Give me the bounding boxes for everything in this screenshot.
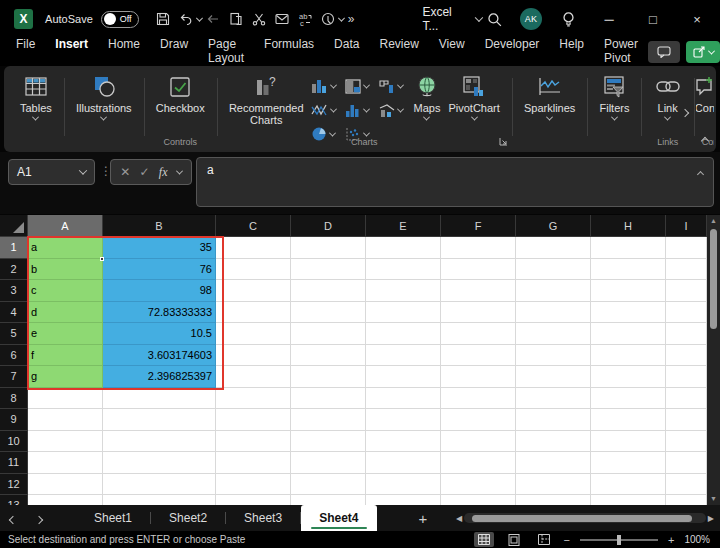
cell-D13[interactable]: [291, 495, 366, 505]
cell-A6[interactable]: f: [28, 345, 103, 367]
sparklines-button[interactable]: Sparklines: [520, 72, 579, 123]
search-button[interactable]: [482, 6, 506, 32]
cell-B10[interactable]: [103, 431, 216, 453]
cell-G8[interactable]: [516, 388, 591, 410]
cell-A13[interactable]: [28, 495, 103, 505]
enter-entry-icon[interactable]: ✓: [140, 165, 150, 179]
cell-C8[interactable]: [216, 388, 291, 410]
column-header-H[interactable]: H: [591, 215, 666, 237]
cell-E10[interactable]: [366, 431, 441, 453]
cell-G1[interactable]: [516, 237, 591, 259]
cell-B8[interactable]: [103, 388, 216, 410]
cell-D9[interactable]: [291, 409, 366, 431]
cell-D10[interactable]: [291, 431, 366, 453]
cell-F11[interactable]: [441, 452, 516, 474]
checkbox-button[interactable]: Checkbox: [152, 72, 209, 116]
cell-D5[interactable]: [291, 323, 366, 345]
cell-G5[interactable]: [516, 323, 591, 345]
cell-G3[interactable]: [516, 280, 591, 302]
cell-C13[interactable]: [216, 495, 291, 505]
line-chart-button[interactable]: [308, 101, 342, 119]
cell-E9[interactable]: [366, 409, 441, 431]
treemap-chart-button[interactable]: [342, 77, 376, 96]
comment-button[interactable]: Con: [696, 72, 714, 116]
cell-G12[interactable]: [516, 474, 591, 496]
filters-button[interactable]: Filters: [596, 72, 634, 123]
cell-A8[interactable]: [28, 388, 103, 410]
cell-G6[interactable]: [516, 345, 591, 367]
cut-button[interactable]: [248, 6, 271, 32]
sheet-tab-sheet2[interactable]: Sheet2: [151, 505, 225, 531]
cell-H10[interactable]: [591, 431, 666, 453]
cell-F1[interactable]: [441, 237, 516, 259]
cell-E5[interactable]: [366, 323, 441, 345]
cell-I2[interactable]: [666, 259, 707, 281]
cell-E3[interactable]: [366, 280, 441, 302]
pivotchart-button[interactable]: PivotChart: [444, 72, 503, 123]
sheet-tab-sheet1[interactable]: Sheet1: [76, 505, 150, 531]
sheet-nav-right-button[interactable]: [26, 509, 52, 527]
tables-button[interactable]: Tables: [16, 72, 56, 123]
row-header-3[interactable]: 3: [0, 280, 28, 302]
touch-mode-button[interactable]: [316, 6, 339, 32]
minimize-button[interactable]: ─: [594, 12, 624, 27]
cell-E4[interactable]: [366, 302, 441, 324]
cell-E2[interactable]: [366, 259, 441, 281]
row-header-8[interactable]: 8: [0, 388, 28, 410]
cell-B2[interactable]: 76: [103, 259, 216, 281]
row-header-1[interactable]: 1: [0, 237, 28, 259]
worksheet-grid[interactable]: ABCDEFGHI 1a352b763c984d72.833333335e10.…: [0, 215, 720, 505]
scroll-left-icon[interactable]: ◀: [456, 514, 462, 523]
cell-C4[interactable]: [216, 302, 291, 324]
cell-I3[interactable]: [666, 280, 707, 302]
cell-F12[interactable]: [441, 474, 516, 496]
recommended-charts-button[interactable]: ? Recommended Charts: [225, 72, 308, 128]
cell-E6[interactable]: [366, 345, 441, 367]
cell-G13[interactable]: [516, 495, 591, 505]
undo-button[interactable]: [174, 6, 197, 32]
maximize-button[interactable]: □: [638, 12, 668, 27]
zoom-slider-thumb[interactable]: [617, 535, 621, 545]
cell-E13[interactable]: [366, 495, 441, 505]
cell-F10[interactable]: [441, 431, 516, 453]
cell-D4[interactable]: [291, 302, 366, 324]
formula-bar-collapse-button[interactable]: [698, 166, 703, 180]
cell-C11[interactable]: [216, 452, 291, 474]
cell-H9[interactable]: [591, 409, 666, 431]
row-header-12[interactable]: 12: [0, 474, 28, 496]
replace-button[interactable]: abc: [293, 6, 316, 32]
sheet-tab-sheet4[interactable]: Sheet4: [301, 505, 376, 531]
column-chart-button[interactable]: [308, 77, 342, 96]
cell-I6[interactable]: [666, 345, 707, 367]
cell-A5[interactable]: e: [28, 323, 103, 345]
histogram-chart-button[interactable]: [342, 101, 376, 120]
cell-C12[interactable]: [216, 474, 291, 496]
cell-I4[interactable]: [666, 302, 707, 324]
scroll-down-icon[interactable]: ▼: [710, 493, 717, 505]
cell-B6[interactable]: 3.603174603: [103, 345, 216, 367]
combo-chart-button[interactable]: [376, 101, 410, 120]
formula-input[interactable]: a: [196, 157, 714, 207]
cell-B3[interactable]: 98: [103, 280, 216, 302]
waterfall-chart-button[interactable]: [376, 77, 410, 96]
cell-C2[interactable]: [216, 259, 291, 281]
cell-A11[interactable]: [28, 452, 103, 474]
comments-button[interactable]: [648, 41, 680, 63]
save-button[interactable]: [151, 6, 174, 32]
row-header-5[interactable]: 5: [0, 323, 28, 345]
cell-A9[interactable]: [28, 409, 103, 431]
cell-B9[interactable]: [103, 409, 216, 431]
cell-E8[interactable]: [366, 388, 441, 410]
row-header-9[interactable]: 9: [0, 409, 28, 431]
cell-A7[interactable]: g: [28, 366, 103, 388]
cell-H5[interactable]: [591, 323, 666, 345]
page-break-view-button[interactable]: [534, 532, 554, 547]
cell-H3[interactable]: [591, 280, 666, 302]
cell-D8[interactable]: [291, 388, 366, 410]
row-header-4[interactable]: 4: [0, 302, 28, 324]
cell-I10[interactable]: [666, 431, 707, 453]
cell-C1[interactable]: [216, 237, 291, 259]
maps-button[interactable]: Maps: [410, 72, 445, 123]
normal-view-button[interactable]: [474, 532, 494, 547]
ribbon-scroll-right-button[interactable]: [682, 102, 688, 120]
